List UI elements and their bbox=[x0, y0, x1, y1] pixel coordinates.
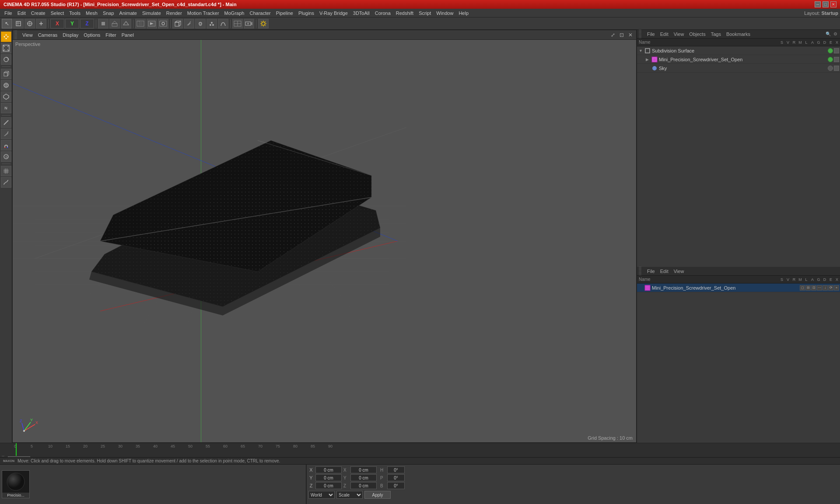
mat-render-icon[interactable]: ⊡ bbox=[811, 285, 816, 290]
menu-select[interactable]: Select bbox=[48, 10, 67, 17]
axis-x[interactable]: X bbox=[50, 19, 64, 28]
axis-y[interactable]: Y bbox=[65, 19, 79, 28]
tool-magnet[interactable] bbox=[1, 140, 11, 150]
menu-vray[interactable]: V-Ray Bridge bbox=[317, 10, 350, 17]
coord-p-input[interactable] bbox=[387, 474, 405, 481]
menu-help[interactable]: Help bbox=[456, 10, 471, 17]
tool-polygon[interactable] bbox=[1, 91, 11, 102]
vp-menu-panel[interactable]: Panel bbox=[120, 32, 136, 38]
obj-search-icon[interactable]: 🔍 bbox=[825, 31, 831, 37]
menu-mesh[interactable]: Mesh bbox=[83, 10, 100, 17]
obj-menu-objects[interactable]: Objects bbox=[688, 31, 707, 37]
coord-x-input[interactable] bbox=[315, 466, 342, 473]
coord-h-input[interactable] bbox=[387, 466, 405, 473]
obj-menu-tags[interactable]: Tags bbox=[710, 31, 722, 37]
coord-y-input[interactable] bbox=[315, 474, 342, 481]
menu-render[interactable]: Render bbox=[164, 10, 185, 17]
tool-move[interactable]: ↖ bbox=[2, 19, 12, 28]
coord-xrot-input[interactable] bbox=[350, 466, 377, 473]
menu-motion-tracker[interactable]: Motion Tracker bbox=[185, 10, 222, 17]
obj-row-sky[interactable]: ▶ Sky bbox=[637, 64, 840, 73]
menu-redshift[interactable]: Redshift bbox=[393, 10, 416, 17]
obj-menu-view[interactable]: View bbox=[672, 31, 686, 37]
vp-menu-options[interactable]: Options bbox=[82, 32, 102, 38]
screwdriver-vis-dot[interactable] bbox=[828, 57, 833, 62]
tool-add[interactable]: + bbox=[36, 19, 46, 28]
mat-obj-row-screwdriver[interactable]: Mini_Precision_Screwdriver_Set_Open ◻ ⊟ … bbox=[637, 284, 840, 292]
tool-edit[interactable] bbox=[184, 19, 194, 28]
mode-edge[interactable] bbox=[121, 19, 131, 28]
menu-character[interactable]: Character bbox=[247, 10, 273, 17]
sky-vis-box[interactable] bbox=[834, 66, 839, 71]
tool-cube[interactable] bbox=[172, 19, 183, 28]
tool-move2[interactable] bbox=[24, 19, 35, 28]
menu-snap[interactable]: Snap bbox=[100, 10, 117, 17]
render-active[interactable] bbox=[147, 19, 157, 28]
tool-select-live[interactable] bbox=[13, 19, 24, 28]
render-settings[interactable] bbox=[158, 19, 168, 28]
subdivision-vis-box[interactable] bbox=[834, 48, 839, 53]
tool-scale-sidebar[interactable] bbox=[1, 43, 11, 53]
vp-close-icon[interactable]: ✕ bbox=[626, 31, 634, 39]
menu-plugins[interactable]: Plugins bbox=[296, 10, 317, 17]
material-slot-precision[interactable]: Precisio... bbox=[2, 470, 30, 498]
tool-knife[interactable] bbox=[1, 129, 11, 139]
screwdriver-vis-box[interactable] bbox=[834, 57, 839, 62]
mat-more-icon[interactable]: ⋯ bbox=[817, 285, 822, 290]
mat-extra-icon[interactable]: × bbox=[834, 285, 839, 290]
menu-pipeline[interactable]: Pipeline bbox=[273, 10, 296, 17]
vp-fit-icon[interactable]: ⊡ bbox=[618, 31, 626, 39]
mat-menu-view[interactable]: View bbox=[672, 268, 686, 274]
mat-menu-file[interactable]: File bbox=[646, 268, 656, 274]
coord-z-input[interactable] bbox=[315, 482, 342, 489]
render-region[interactable] bbox=[135, 19, 146, 28]
obj-menu-bookmarks[interactable]: Bookmarks bbox=[725, 31, 752, 37]
axis-z[interactable]: Z bbox=[80, 19, 94, 28]
tool-line[interactable] bbox=[1, 117, 11, 128]
maximize-button[interactable]: □ bbox=[822, 1, 829, 7]
menu-simulate[interactable]: Simulate bbox=[140, 10, 164, 17]
tool-sweep[interactable] bbox=[195, 19, 206, 28]
coord-yrot-input[interactable] bbox=[350, 474, 377, 481]
menu-window[interactable]: Window bbox=[434, 10, 456, 17]
close-button[interactable]: ✕ bbox=[830, 1, 836, 7]
obj-menu-file[interactable]: File bbox=[646, 31, 656, 37]
menu-mograph[interactable]: MoGraph bbox=[222, 10, 247, 17]
minimize-button[interactable]: ─ bbox=[815, 1, 821, 7]
tool-cube-create[interactable] bbox=[1, 69, 11, 79]
menu-3dtoall[interactable]: 3DToAll bbox=[350, 10, 372, 17]
mat-tag-icon[interactable]: ↓ bbox=[822, 285, 828, 290]
menu-edit[interactable]: Edit bbox=[15, 10, 28, 17]
tool-light[interactable] bbox=[258, 19, 269, 28]
mode-point[interactable] bbox=[109, 19, 120, 28]
menu-corona[interactable]: Corona bbox=[372, 10, 393, 17]
scale-select[interactable]: Scale bbox=[336, 491, 363, 499]
tool-move-sidebar[interactable] bbox=[1, 32, 11, 42]
world-select[interactable]: World Object Parent bbox=[308, 491, 335, 499]
tool-rotate-sidebar[interactable] bbox=[1, 54, 11, 65]
sky-vis-dot[interactable] bbox=[828, 66, 833, 71]
mat-link-icon[interactable]: ⟳ bbox=[828, 285, 833, 290]
mat-eye-icon[interactable]: ◻ bbox=[800, 285, 805, 290]
coord-b-input[interactable] bbox=[387, 482, 405, 489]
tool-snake[interactable] bbox=[1, 177, 11, 188]
tool-paint[interactable]: S bbox=[1, 151, 11, 162]
vp-menu-cameras[interactable]: Cameras bbox=[36, 32, 60, 38]
tool-display[interactable] bbox=[232, 19, 243, 28]
coord-zrot-input[interactable] bbox=[350, 482, 377, 489]
mode-object[interactable] bbox=[98, 19, 108, 28]
viewport-canvas[interactable]: Perspective bbox=[13, 40, 636, 442]
menu-file[interactable]: File bbox=[2, 10, 15, 17]
menu-create[interactable]: Create bbox=[28, 10, 48, 17]
obj-menu-edit[interactable]: Edit bbox=[659, 31, 670, 37]
obj-settings-icon[interactable]: ⚙ bbox=[832, 31, 838, 37]
vp-menu-filter[interactable]: Filter bbox=[104, 32, 118, 38]
obj-row-subdivision[interactable]: ▼ Subdivision Surface bbox=[637, 46, 840, 55]
mat-lock-icon[interactable]: ⊟ bbox=[805, 285, 811, 290]
menu-animate[interactable]: Animate bbox=[117, 10, 140, 17]
apply-button[interactable]: Apply bbox=[364, 491, 391, 499]
mat-menu-edit[interactable]: Edit bbox=[659, 268, 670, 274]
tool-cameras[interactable] bbox=[244, 19, 254, 28]
menu-tools[interactable]: Tools bbox=[66, 10, 83, 17]
vp-expand-icon[interactable]: ⤢ bbox=[609, 31, 617, 39]
